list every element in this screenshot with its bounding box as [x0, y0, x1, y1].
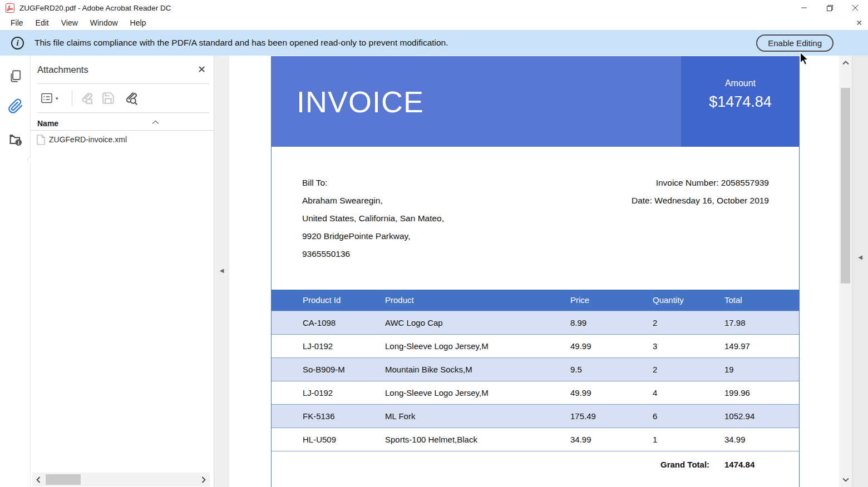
table-row: HL-U509 Sports-100 Helmet,Black 34.99 1 …	[272, 428, 799, 451]
collapse-panel-left-icon[interactable]: ◀	[220, 267, 224, 274]
attachments-button[interactable]	[8, 98, 23, 114]
cell-quantity: 1	[653, 428, 724, 451]
expand-tools-panel-icon[interactable]: ◀	[858, 254, 862, 260]
cell-price: 8.99	[570, 311, 653, 334]
invoice-date: Date: Wednesday 16, October 2019	[632, 192, 769, 210]
close-button[interactable]	[842, 0, 868, 16]
minimize-button[interactable]	[791, 0, 817, 16]
amount-value: $1474.84	[681, 93, 800, 111]
cell-quantity: 3	[653, 334, 724, 357]
invoice-header: INVOICE Amount $1474.84	[271, 56, 800, 147]
grand-total-label: Grand Total:	[660, 460, 709, 469]
dropdown-caret-icon: ▾	[56, 96, 58, 101]
save-attachment-button[interactable]	[101, 91, 115, 105]
page-thumbnails-icon	[8, 69, 23, 83]
line-items-table: Product Id Product Price Quantity Total …	[272, 290, 799, 451]
main-content: i Attachments ✕ ▾	[0, 56, 868, 487]
invoice-header-band: INVOICE	[271, 56, 681, 147]
cell-price: 49.99	[570, 334, 653, 357]
bill-to-phone: 9365550136	[302, 245, 769, 263]
right-tools-strip[interactable]: ◀	[852, 56, 868, 487]
file-icon	[37, 135, 45, 145]
cell-product-id: LJ-0192	[272, 334, 385, 357]
restore-button[interactable]	[817, 0, 842, 16]
table-header-row: Product Id Product Price Quantity Total	[272, 290, 799, 311]
pdfa-notification-bar: i This file claims compliance with the P…	[0, 30, 868, 56]
invoice-number: Invoice Number: 2058557939	[632, 174, 769, 192]
restore-icon	[826, 4, 834, 12]
options-menu-icon	[41, 92, 54, 105]
search-attachments-button[interactable]	[123, 91, 138, 106]
cell-price: 175.49	[570, 404, 653, 428]
menubar-close-icon[interactable]: ✕	[856, 19, 862, 27]
attachments-panel: Attachments ✕ ▾	[31, 56, 214, 487]
vertical-scrollbar-thumb[interactable]	[841, 88, 850, 284]
cell-total: 199.96	[724, 381, 799, 404]
bill-to-street: 9920 BridgePointe Parkway,	[302, 227, 769, 245]
attachments-panel-header: Attachments ✕	[31, 56, 214, 83]
notification-message: This file claims compliance with the PDF…	[34, 38, 756, 48]
col-product: Product	[385, 290, 570, 311]
cell-product: Long-Sleeve Logo Jersey,M	[385, 334, 570, 357]
cell-price: 34.99	[570, 428, 653, 451]
sort-ascending-icon	[152, 117, 159, 127]
toolbar-separator	[72, 91, 72, 106]
menu-bar: File Edit View Window Help ✕	[0, 16, 868, 30]
cell-price: 49.99	[570, 381, 653, 404]
horizontal-scrollbar-thumb[interactable]	[46, 474, 81, 485]
cell-product-id: So-B909-M	[272, 357, 385, 381]
cell-total: 17.98	[724, 311, 799, 334]
bill-to-section: Bill To: Abraham Swearegin, United State…	[272, 147, 799, 290]
attachment-file-name: ZUGFeRD-invoice.xml	[49, 135, 127, 144]
window-controls	[791, 0, 868, 16]
invoice-title: INVOICE	[297, 85, 424, 119]
attachments-toolbar: ▾	[31, 84, 214, 112]
document-vertical-scrollbar[interactable]	[839, 56, 852, 487]
svg-text:i: i	[18, 140, 19, 146]
menu-file[interactable]: File	[4, 17, 29, 29]
scroll-left-icon[interactable]	[32, 473, 45, 486]
attachments-panel-close-icon[interactable]: ✕	[198, 63, 206, 76]
scroll-down-icon[interactable]	[839, 474, 852, 486]
scroll-up-icon[interactable]	[839, 57, 852, 69]
close-icon	[852, 4, 859, 11]
menu-help[interactable]: Help	[124, 17, 152, 29]
attachments-options-button[interactable]: ▾	[41, 92, 58, 105]
panel-horizontal-scrollbar[interactable]	[32, 473, 210, 486]
cell-product: ML Fork	[385, 404, 570, 428]
window-title: ZUGFeRD20.pdf - Adobe Acrobat Reader DC	[19, 4, 791, 12]
scroll-right-icon[interactable]	[198, 473, 210, 486]
minimize-icon	[801, 4, 807, 11]
cell-quantity: 2	[653, 357, 724, 381]
table-row: FK-5136 ML Fork 175.49 6 1052.94	[272, 404, 799, 428]
col-quantity: Quantity	[653, 290, 724, 311]
amount-label: Amount	[681, 78, 800, 88]
info-icon: i	[11, 37, 24, 49]
attachment-list-item[interactable]: ZUGFeRD-invoice.xml	[31, 132, 214, 147]
page-thumbnails-button[interactable]	[8, 68, 23, 84]
cell-price: 9.5	[570, 357, 653, 381]
name-column-label: Name	[37, 119, 58, 128]
grand-total-row: Grand Total: 1474.84	[272, 451, 799, 487]
bill-to-region: United States, California, San Mateo,	[302, 210, 769, 227]
cell-total: 34.99	[724, 428, 799, 451]
menu-window[interactable]: Window	[84, 17, 124, 29]
table-row: LJ-0192 Long-Sleeve Logo Jersey,M 49.99 …	[272, 334, 799, 357]
cell-quantity: 6	[653, 404, 724, 428]
open-attachment-button[interactable]	[79, 91, 93, 106]
name-column-header[interactable]: Name	[31, 113, 214, 130]
panel-collapse-strip[interactable]: ◀	[214, 56, 229, 487]
cell-quantity: 2	[653, 311, 724, 334]
cell-product: AWC Logo Cap	[385, 311, 570, 334]
cell-product: Mountain Bike Socks,M	[385, 357, 570, 381]
enable-editing-button[interactable]: Enable Editing	[756, 34, 834, 52]
cell-quantity: 4	[653, 381, 724, 404]
menu-edit[interactable]: Edit	[29, 17, 55, 29]
cell-total: 149.97	[724, 334, 799, 357]
adobe-acrobat-pdf-icon	[6, 3, 14, 13]
menu-view[interactable]: View	[55, 17, 84, 29]
save-icon	[101, 91, 115, 105]
cell-product-id: FK-5136	[272, 404, 385, 428]
open-attachment-icon	[79, 91, 93, 106]
document-info-button[interactable]: i	[8, 132, 23, 147]
